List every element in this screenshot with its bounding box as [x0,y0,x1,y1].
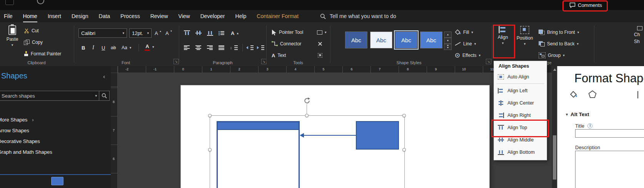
drawing-page[interactable] [181,85,489,188]
chevron-down-icon[interactable]: ▾ [93,94,99,98]
effects-tab-icon[interactable] [588,90,597,98]
shape-style-tile-2[interactable]: Abc [370,32,392,48]
selection-handle-middle-left[interactable] [208,148,212,151]
connection-point-tool-button[interactable] [318,39,322,48]
shape-style-tile-4[interactable]: Abc [420,32,442,48]
line-spacing-button[interactable]: ↕ [230,43,238,52]
align-text-top-button[interactable] [184,28,190,38]
align-text-middle-button[interactable] [195,28,202,38]
sidebar-item-more-shapes[interactable]: More Shapes › [0,115,111,125]
sidebar-item-arrow-shapes[interactable]: Arrow Shapes [0,125,111,136]
cut-button[interactable]: Cut [24,26,39,35]
bullets-button[interactable] [219,28,224,38]
sidebar-item-graph-math-shapes[interactable]: Graph and Math Shapes [0,147,111,157]
scrollbar-thumb[interactable] [553,135,556,180]
search-shapes-input[interactable] [0,93,93,99]
tab-file[interactable]: File [4,10,13,22]
menu-item-align-bottom[interactable]: Align Bottom [494,146,547,158]
tab-design[interactable]: Design [72,10,88,22]
group-button[interactable]: Group ▾ [539,51,565,60]
fill-button[interactable]: Fill ▾ [455,28,473,37]
alt-text-section-header[interactable]: ▾ Alt Text [566,111,589,117]
gallery-more-button[interactable]: ▾ [444,44,452,50]
rectangle-tool-button[interactable]: ▾ [317,28,327,37]
copy-button[interactable]: Copy [24,38,43,47]
text-direction-button[interactable]: A▴ [231,28,239,38]
font-family-combo[interactable]: Calibri ▾ [78,28,127,38]
rectangle-shape[interactable] [356,121,399,150]
format-painter-button[interactable]: Format Painter [24,49,61,58]
tab-data[interactable]: Data [99,10,110,22]
gallery-down-button[interactable]: ▾ [444,38,452,44]
align-right-button[interactable] [207,43,213,52]
selection-handle-top-left[interactable] [208,114,212,117]
selection-handle-top-middle[interactable] [305,114,309,117]
info-icon[interactable] [587,123,592,128]
tell-me-search[interactable]: Tell me what you want to do [320,10,396,22]
italic-button[interactable]: I [92,43,94,52]
menu-item-align-left[interactable]: Align Left [494,85,547,97]
stencil-shape-thumbnail[interactable] [51,177,63,185]
connection-point-button[interactable] [318,51,322,60]
vertical-scrollbar[interactable] [552,66,557,188]
strikethrough-button[interactable]: ab [111,43,116,52]
text-tool-button[interactable]: A Text [272,51,286,60]
increase-indent-button[interactable] [257,43,264,52]
menu-item-align-center[interactable]: Align Center [494,97,547,109]
textbox-tab-icon[interactable] [637,91,638,98]
position-button[interactable]: Position ▾ [514,25,536,46]
shape-style-tile-1[interactable]: Abc [345,32,367,48]
font-size-combo[interactable]: 12pt. ▾ [129,28,152,38]
send-to-back-button[interactable]: Send to Back ▾ [539,39,579,48]
alt-title-input[interactable] [575,129,644,138]
selection-handle-top-right[interactable] [402,114,406,117]
tab-review[interactable]: Review [150,10,168,22]
menu-item-align-right[interactable]: Align Right [494,109,547,121]
bring-to-front-button[interactable]: Bring to Front ▾ [539,28,579,37]
bold-button[interactable]: B [82,43,85,52]
tab-view[interactable]: View [179,10,190,22]
underline-button[interactable]: U [102,43,105,52]
search-button[interactable] [99,93,109,98]
shape-style-tile-3[interactable]: Abc [395,32,417,48]
font-dialog-launcher[interactable]: ↘ [174,59,179,64]
paragraph-dialog-launcher[interactable]: ↘ [261,59,267,64]
tab-help[interactable]: Help [235,10,247,22]
tab-insert[interactable]: Insert [48,10,61,22]
shape-styles-dialog-launcher[interactable]: ↘ [486,59,491,64]
tab-home[interactable]: Home [23,10,37,22]
comments-button[interactable]: Comments [569,1,602,9]
menu-item-auto-align[interactable]: Auto Align [494,71,547,83]
container-shape[interactable] [217,121,300,188]
rotation-handle[interactable] [303,97,311,105]
pointer-tool-button[interactable]: Pointer Tool [272,28,303,37]
align-button[interactable]: Align ▾ [494,25,512,45]
connector-tool-button[interactable]: Connector [272,39,301,48]
align-left-button[interactable] [184,43,190,52]
decrease-indent-button[interactable] [246,43,254,52]
fill-line-tab-icon[interactable] [570,91,577,98]
gallery-up-button[interactable]: ▴ [444,32,452,38]
selection-handle-middle-right[interactable] [402,148,406,151]
tab-container-format[interactable]: Container Format [257,10,299,22]
tab-developer[interactable]: Developer [200,10,225,22]
align-center-button[interactable] [195,43,201,52]
grow-font-button[interactable]: A▴ [155,28,161,38]
paste-button[interactable]: Paste ▾ [4,25,21,47]
tab-process[interactable]: Process [120,10,140,22]
description-input[interactable] [575,151,644,188]
menu-item-align-middle[interactable]: Align Middle [494,134,547,146]
scroll-up-arrow[interactable] [553,68,556,71]
change-shape-button[interactable]: Ch Sh [634,26,644,44]
justify-button[interactable] [219,43,224,52]
menu-item-align-top[interactable]: Align Top [494,121,547,134]
collapse-panel-button[interactable]: ‹ [103,73,105,80]
align-text-bottom-button[interactable] [207,28,213,38]
connector-arrow[interactable] [304,135,356,136]
line-button[interactable]: Line ▾ [455,39,476,48]
change-case-button[interactable]: Aa ▾ [122,43,131,52]
effects-button[interactable]: Effects ▾ [455,51,480,60]
shrink-font-button[interactable]: A▾ [165,28,172,38]
font-color-button[interactable]: A ▾ [145,42,154,52]
sidebar-item-decorative-shapes[interactable]: Decorative Shapes [0,136,111,146]
